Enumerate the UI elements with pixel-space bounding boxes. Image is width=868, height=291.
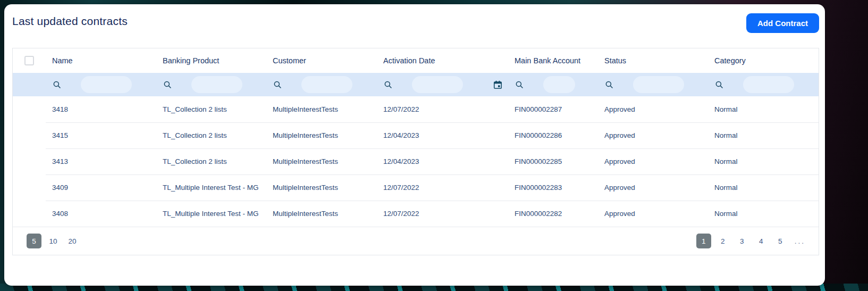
column-header-activation-date: Activation Date — [377, 48, 508, 73]
table-body: 3418TL_Collection 2 listsMultipleInteres… — [13, 96, 819, 227]
cell-category: Normal — [708, 96, 819, 122]
filter-category — [714, 76, 819, 93]
filter-row — [13, 73, 819, 96]
cell-main-bank-account: FIN000002286 — [508, 122, 598, 148]
cell-category: Normal — [708, 174, 819, 201]
add-contract-button[interactable]: Add Contract — [746, 13, 819, 33]
cell-banking-product: TL_Collection 2 lists — [156, 122, 266, 148]
cell-banking-product: TL_Collection 2 lists — [156, 148, 266, 174]
page-size-option-20[interactable]: 20 — [65, 234, 80, 248]
page-number-1[interactable]: 1 — [696, 234, 711, 248]
filter-category-input[interactable] — [743, 76, 794, 93]
filter-name-input[interactable] — [81, 76, 132, 93]
filter-name — [52, 76, 156, 93]
page-number-3[interactable]: 3 — [735, 234, 749, 248]
cell-category: Normal — [708, 122, 819, 148]
column-header-category: Category — [708, 48, 819, 73]
table-row[interactable]: 3408TL_Multiple Interest Test - MGMultip… — [13, 201, 819, 227]
filter-status-input[interactable] — [633, 76, 684, 93]
filter-main-bank-account-input[interactable] — [543, 76, 575, 93]
column-header-main-bank-account: Main Bank Account — [508, 48, 598, 73]
row-checkbox-spacer — [13, 96, 46, 122]
select-all-cell — [13, 48, 46, 73]
search-icon — [52, 80, 62, 89]
cell-customer: MultipleInterestTests — [266, 96, 377, 122]
cell-main-bank-account: FIN000002283 — [508, 174, 598, 201]
cell-status: Approved — [598, 201, 708, 227]
search-icon — [604, 80, 614, 89]
row-checkbox-spacer — [13, 174, 46, 201]
row-checkbox-spacer — [13, 122, 46, 148]
contracts-card: Last updated contracts Add Contract Name… — [4, 4, 825, 286]
filter-activation-date — [383, 76, 508, 93]
search-icon — [163, 80, 172, 89]
table-row[interactable]: 3415TL_Collection 2 listsMultipleInteres… — [13, 122, 819, 148]
search-icon — [273, 80, 282, 89]
filter-banking-product — [163, 76, 266, 93]
table-row[interactable]: 3413TL_Collection 2 listsMultipleInteres… — [13, 148, 819, 174]
page-number-5[interactable]: 5 — [773, 234, 788, 248]
pagination-bar: 51020 12345... — [13, 227, 819, 255]
column-header-banking-product: Banking Product — [156, 48, 266, 73]
cell-activation-date: 12/07/2022 — [377, 96, 508, 122]
cell-name: 3418 — [46, 96, 156, 122]
cell-activation-date: 12/07/2022 — [377, 201, 508, 227]
cell-activation-date: 12/07/2022 — [377, 174, 508, 201]
contracts-table: NameBanking ProductCustomerActivation Da… — [12, 48, 819, 255]
filter-spacer-cell — [13, 73, 46, 96]
column-header-name: Name — [46, 48, 156, 73]
search-icon — [383, 80, 393, 89]
filter-activation-date-input[interactable] — [412, 76, 463, 93]
page-number-selector: 12345... — [696, 234, 808, 248]
cell-main-bank-account: FIN000002282 — [508, 201, 598, 227]
cell-status: Approved — [598, 148, 708, 174]
page-ellipsis[interactable]: ... — [792, 234, 808, 248]
cell-status: Approved — [598, 122, 708, 148]
cell-main-bank-account: FIN000002287 — [508, 96, 598, 122]
column-header-customer: Customer — [266, 48, 377, 73]
table-row[interactable]: 3418TL_Collection 2 listsMultipleInteres… — [13, 96, 819, 122]
cell-name: 3409 — [46, 174, 156, 201]
page-size-option-5[interactable]: 5 — [27, 234, 41, 248]
page-number-4[interactable]: 4 — [754, 234, 769, 248]
search-icon — [515, 80, 524, 89]
header-row: NameBanking ProductCustomerActivation Da… — [13, 48, 819, 73]
filter-main-bank-account — [515, 76, 598, 93]
page-size-selector: 51020 — [27, 234, 80, 248]
row-checkbox-spacer — [13, 148, 46, 174]
cell-activation-date: 12/04/2023 — [377, 148, 508, 174]
card-header: Last updated contracts Add Contract — [12, 4, 817, 48]
cell-category: Normal — [708, 148, 819, 174]
cell-customer: MultipleInterestTests — [266, 122, 377, 148]
cell-customer: MultipleInterestTests — [266, 148, 377, 174]
cell-status: Approved — [598, 174, 708, 201]
filter-customer — [273, 76, 377, 93]
row-checkbox-spacer — [13, 201, 46, 227]
cell-customer: MultipleInterestTests — [266, 201, 377, 227]
cell-category: Normal — [708, 201, 819, 227]
filter-status — [604, 76, 708, 93]
cell-customer: MultipleInterestTests — [266, 174, 377, 201]
cell-name: 3413 — [46, 148, 156, 174]
cell-name: 3415 — [46, 122, 156, 148]
filter-banking-product-input[interactable] — [191, 76, 242, 93]
search-icon — [714, 80, 724, 89]
filter-customer-input[interactable] — [301, 76, 352, 93]
select-all-checkbox[interactable] — [24, 56, 34, 65]
cell-banking-product: TL_Collection 2 lists — [156, 96, 266, 122]
table-row[interactable]: 3409TL_Multiple Interest Test - MGMultip… — [13, 174, 819, 201]
column-header-status: Status — [598, 48, 708, 73]
cell-banking-product: TL_Multiple Interest Test - MG — [156, 174, 266, 201]
page-number-2[interactable]: 2 — [715, 234, 730, 248]
cell-name: 3408 — [46, 201, 156, 227]
page-size-option-10[interactable]: 10 — [46, 234, 61, 248]
cell-status: Approved — [598, 96, 708, 122]
page-title: Last updated contracts — [12, 12, 128, 28]
calendar-icon[interactable] — [493, 80, 503, 90]
cell-main-bank-account: FIN000002285 — [508, 148, 598, 174]
cell-activation-date: 12/04/2023 — [377, 122, 508, 148]
cell-banking-product: TL_Multiple Interest Test - MG — [156, 201, 266, 227]
